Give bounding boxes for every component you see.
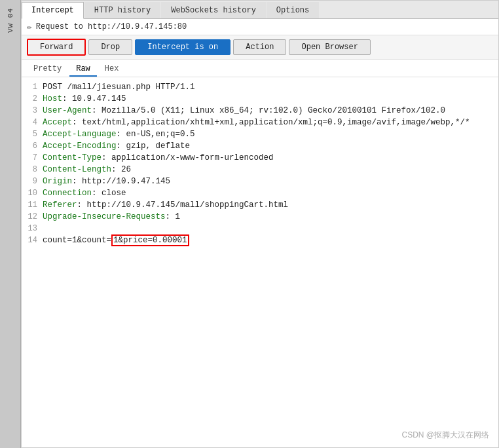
open-browser-button[interactable]: Open Browser — [289, 39, 370, 55]
code-line: 4Accept: text/html,application/xhtml+xml… — [22, 117, 498, 128]
header-key: User-Agent — [43, 106, 92, 115]
line-content: User-Agent: Mozilla/5.0 (X11; Linux x86_… — [43, 105, 498, 117]
header-key: Connection — [43, 189, 92, 198]
drop-button[interactable]: Drop — [88, 39, 132, 55]
header-key: Content-Type — [43, 153, 102, 162]
action-button[interactable]: Action — [233, 39, 286, 55]
line-number: 5 — [22, 128, 43, 140]
line-number: 13 — [22, 223, 43, 234]
sub-tab-bar: Pretty Raw Hex — [22, 60, 498, 77]
sidebar: VW 04 — [0, 0, 21, 448]
tab-http-history[interactable]: HTTP history — [84, 2, 160, 18]
line-number: 6 — [22, 140, 43, 152]
sub-tab-raw[interactable]: Raw — [69, 62, 97, 77]
header-key: Content-Length — [43, 165, 111, 174]
header-key: Origin — [43, 177, 72, 186]
code-line: 10Connection: close — [22, 187, 498, 199]
code-line: 14count=1&count=1&price=0.00001 — [22, 234, 498, 246]
line-number: 2 — [22, 93, 43, 105]
code-area: 1POST /mall/jiesuan.php HTTP/1.12Host: 1… — [22, 77, 498, 447]
sub-tab-pretty[interactable]: Pretty — [27, 62, 68, 77]
header-key: Host — [43, 94, 62, 103]
line-number: 11 — [22, 199, 43, 211]
line-number: 3 — [22, 105, 43, 117]
line-number: 1 — [22, 81, 43, 93]
tab-options[interactable]: Options — [267, 2, 319, 18]
code-line: 9Origin: http://10.9.47.145 — [22, 176, 498, 187]
tab-websockets-history[interactable]: WebSockets history — [161, 2, 266, 18]
request-url-text: Request to http://10.9.47.145:80 — [36, 22, 187, 31]
line-content: Host: 10.9.47.145 — [43, 93, 498, 105]
line-content: Upgrade-Insecure-Requests: 1 — [43, 211, 498, 223]
line-number: 14 — [22, 234, 43, 246]
code-line: 8Content-Length: 26 — [22, 164, 498, 176]
main-panel: Intercept HTTP history WebSockets histor… — [21, 0, 499, 448]
sidebar-label: VW 04 — [7, 8, 14, 33]
line-content: count=1&count=1&price=0.00001 — [43, 234, 498, 246]
code-line: 12Upgrade-Insecure-Requests: 1 — [22, 211, 498, 223]
tab-intercept[interactable]: Intercept — [22, 2, 84, 19]
line-content: Origin: http://10.9.47.145 — [43, 176, 498, 187]
line-content: Accept-Language: en-US,en;q=0.5 — [43, 128, 498, 140]
line-number: 10 — [22, 187, 43, 199]
line-number: 9 — [22, 176, 43, 187]
line-content: Accept-Encoding: gzip, deflate — [43, 140, 498, 152]
line-number: 4 — [22, 117, 43, 128]
line-content: Content-Type: application/x-www-form-url… — [43, 152, 498, 164]
header-key: Accept-Language — [43, 130, 117, 139]
highlight-value: 1&price=0.00001 — [111, 234, 189, 246]
code-line: 1POST /mall/jiesuan.php HTTP/1.1 — [22, 81, 498, 93]
line-content: Referer: http://10.9.47.145/mall/shoppin… — [43, 199, 498, 211]
header-key: Upgrade-Insecure-Requests — [43, 212, 166, 221]
line-content: Accept: text/html,application/xhtml+xml,… — [43, 117, 498, 128]
watermark: CSDN @抠脚大汉在网络 — [401, 430, 489, 441]
line-content — [43, 223, 498, 234]
line-content: Content-Length: 26 — [43, 164, 498, 176]
header-key: Referer — [43, 200, 77, 210]
request-url-bar: ✏ Request to http://10.9.47.145:80 — [22, 19, 498, 35]
code-line: 3User-Agent: Mozilla/5.0 (X11; Linux x86… — [22, 105, 498, 117]
code-line: 7Content-Type: application/x-www-form-ur… — [22, 152, 498, 164]
forward-button[interactable]: Forward — [27, 39, 86, 56]
code-line: 11Referer: http://10.9.47.145/mall/shopp… — [22, 199, 498, 211]
header-key: Accept — [43, 118, 72, 127]
intercept-on-button[interactable]: Intercept is on — [135, 39, 231, 55]
line-text: POST /mall/jiesuan.php HTTP/1.1 — [43, 83, 195, 92]
code-line: 2Host: 10.9.47.145 — [22, 93, 498, 105]
line-number: 12 — [22, 211, 43, 223]
code-line: 5Accept-Language: en-US,en;q=0.5 — [22, 128, 498, 140]
toolbar: Forward Drop Intercept is on Action Open… — [22, 35, 498, 60]
code-line: 13 — [22, 223, 498, 234]
line-number: 8 — [22, 164, 43, 176]
tab-bar: Intercept HTTP history WebSockets histor… — [22, 1, 498, 19]
header-key: Accept-Encoding — [43, 141, 117, 151]
line-content: Connection: close — [43, 187, 498, 199]
pencil-icon: ✏ — [27, 22, 32, 32]
line-number: 7 — [22, 152, 43, 164]
sub-tab-hex[interactable]: Hex — [98, 62, 126, 77]
code-line: 6Accept-Encoding: gzip, deflate — [22, 140, 498, 152]
line-content: POST /mall/jiesuan.php HTTP/1.1 — [43, 81, 498, 93]
